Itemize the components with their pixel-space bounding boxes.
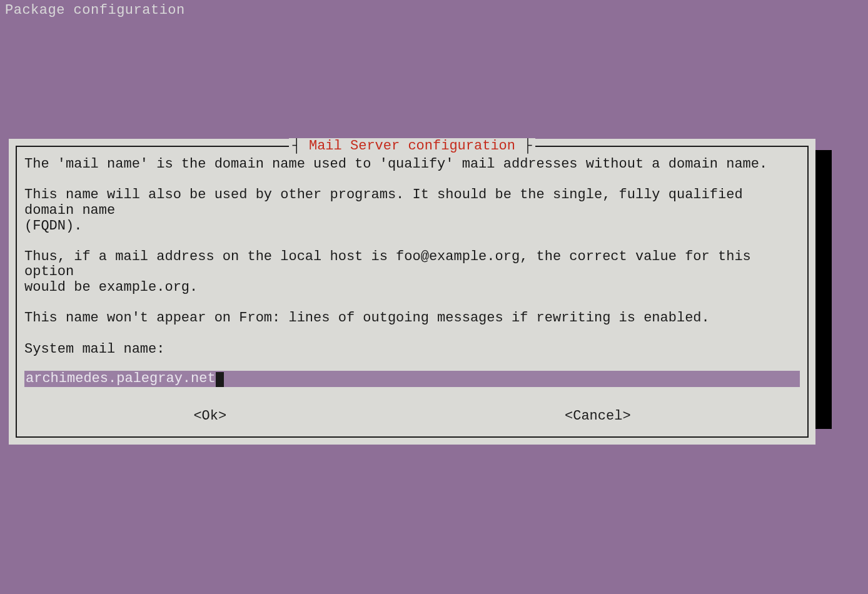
dialog-title: Mail Server configuration [289, 138, 536, 154]
dialog-body-text: The 'mail name' is the domain name used … [24, 157, 800, 357]
text-cursor [216, 372, 224, 387]
cancel-button[interactable]: <Cancel> [558, 408, 637, 424]
dialog: Mail Server configuration The 'mail name… [9, 139, 815, 445]
ok-button[interactable]: <Ok> [187, 408, 233, 424]
dialog-title-wrap: Mail Server configuration [17, 138, 807, 154]
mail-name-input[interactable]: archimedes.palegray.net [24, 371, 800, 387]
screen-title: Package configuration [0, 0, 868, 21]
mail-name-value: archimedes.palegray.net [24, 371, 216, 387]
dialog-inner: Mail Server configuration The 'mail name… [16, 146, 809, 438]
button-row: <Ok> <Cancel> [24, 408, 800, 424]
